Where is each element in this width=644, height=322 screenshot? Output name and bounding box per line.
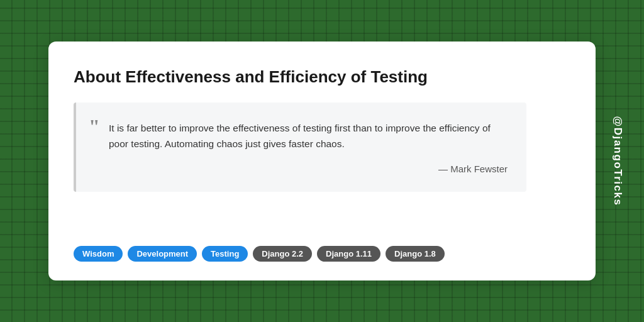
tag-development[interactable]: Development xyxy=(128,246,197,262)
tag-django-2.2[interactable]: Django 2.2 xyxy=(253,246,312,262)
quote-block: " It is far better to improve the effect… xyxy=(74,103,526,192)
sidebar-label: @DjangoTricks xyxy=(611,116,624,206)
quote-text: It is far better to improve the effectiv… xyxy=(109,120,508,152)
tag-testing[interactable]: Testing xyxy=(202,246,248,262)
tags-container: WisdomDevelopmentTestingDjango 2.2Django… xyxy=(74,246,570,262)
quote-mark-icon: " xyxy=(89,116,100,136)
tag-django-1.8[interactable]: Django 1.8 xyxy=(386,246,445,262)
main-card: About Effectiveness and Efficiency of Te… xyxy=(48,42,596,280)
tag-django-1.11[interactable]: Django 1.11 xyxy=(317,246,380,262)
quote-author: — Mark Fewster xyxy=(91,164,508,174)
card-title: About Effectiveness and Efficiency of Te… xyxy=(74,67,501,87)
tag-wisdom[interactable]: Wisdom xyxy=(74,246,123,262)
sidebar-label-container: @DjangoTricks xyxy=(602,42,633,280)
